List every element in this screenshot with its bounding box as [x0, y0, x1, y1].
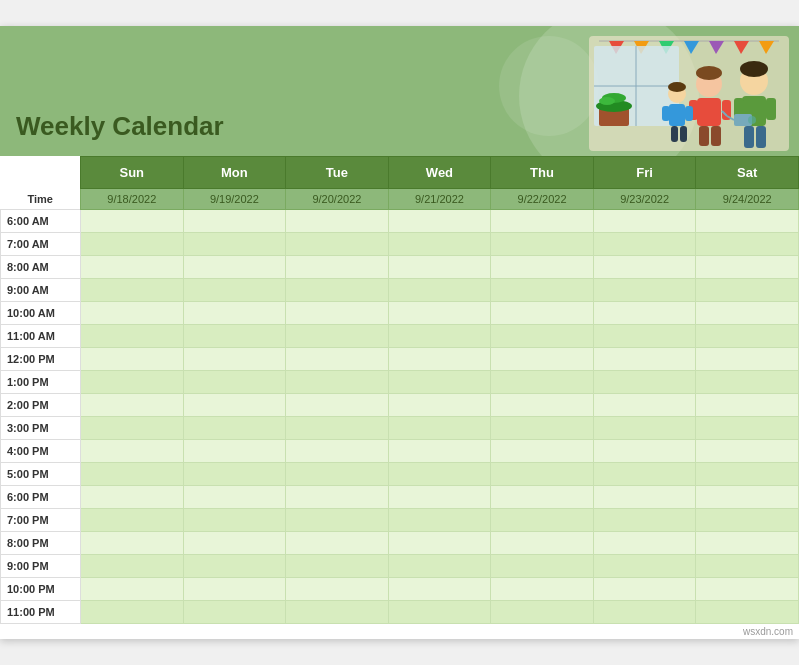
day-cell[interactable]	[286, 463, 389, 486]
day-cell[interactable]	[81, 348, 184, 371]
day-cell[interactable]	[491, 532, 594, 555]
day-cell[interactable]	[491, 325, 594, 348]
day-cell[interactable]	[491, 555, 594, 578]
day-cell[interactable]	[388, 348, 491, 371]
day-cell[interactable]	[286, 555, 389, 578]
day-cell[interactable]	[388, 440, 491, 463]
day-cell[interactable]	[183, 394, 286, 417]
day-cell[interactable]	[183, 578, 286, 601]
day-cell[interactable]	[593, 440, 696, 463]
day-cell[interactable]	[696, 417, 799, 440]
day-cell[interactable]	[81, 509, 184, 532]
day-cell[interactable]	[286, 279, 389, 302]
day-cell[interactable]	[696, 578, 799, 601]
day-cell[interactable]	[593, 601, 696, 624]
day-cell[interactable]	[388, 486, 491, 509]
day-cell[interactable]	[593, 417, 696, 440]
day-cell[interactable]	[593, 371, 696, 394]
day-cell[interactable]	[491, 417, 594, 440]
day-cell[interactable]	[286, 325, 389, 348]
day-cell[interactable]	[388, 463, 491, 486]
day-cell[interactable]	[696, 210, 799, 233]
day-cell[interactable]	[183, 417, 286, 440]
day-cell[interactable]	[696, 463, 799, 486]
day-cell[interactable]	[491, 371, 594, 394]
day-cell[interactable]	[183, 601, 286, 624]
day-cell[interactable]	[491, 256, 594, 279]
day-cell[interactable]	[183, 509, 286, 532]
day-cell[interactable]	[388, 532, 491, 555]
day-cell[interactable]	[593, 325, 696, 348]
day-cell[interactable]	[696, 279, 799, 302]
day-cell[interactable]	[81, 394, 184, 417]
day-cell[interactable]	[593, 578, 696, 601]
day-cell[interactable]	[491, 486, 594, 509]
day-cell[interactable]	[286, 348, 389, 371]
day-cell[interactable]	[388, 509, 491, 532]
day-cell[interactable]	[696, 371, 799, 394]
day-cell[interactable]	[491, 394, 594, 417]
day-cell[interactable]	[183, 210, 286, 233]
day-cell[interactable]	[286, 601, 389, 624]
day-cell[interactable]	[286, 509, 389, 532]
day-cell[interactable]	[388, 578, 491, 601]
day-cell[interactable]	[388, 256, 491, 279]
day-cell[interactable]	[286, 371, 389, 394]
day-cell[interactable]	[286, 578, 389, 601]
day-cell[interactable]	[696, 302, 799, 325]
day-cell[interactable]	[183, 348, 286, 371]
day-cell[interactable]	[286, 233, 389, 256]
day-cell[interactable]	[388, 325, 491, 348]
day-cell[interactable]	[491, 509, 594, 532]
day-cell[interactable]	[593, 394, 696, 417]
day-cell[interactable]	[491, 233, 594, 256]
day-cell[interactable]	[388, 394, 491, 417]
day-cell[interactable]	[286, 440, 389, 463]
day-cell[interactable]	[696, 555, 799, 578]
day-cell[interactable]	[696, 601, 799, 624]
day-cell[interactable]	[183, 279, 286, 302]
day-cell[interactable]	[388, 371, 491, 394]
day-cell[interactable]	[81, 417, 184, 440]
day-cell[interactable]	[81, 371, 184, 394]
day-cell[interactable]	[183, 325, 286, 348]
day-cell[interactable]	[491, 601, 594, 624]
day-cell[interactable]	[183, 233, 286, 256]
day-cell[interactable]	[593, 233, 696, 256]
day-cell[interactable]	[593, 486, 696, 509]
day-cell[interactable]	[593, 532, 696, 555]
day-cell[interactable]	[593, 279, 696, 302]
day-cell[interactable]	[286, 302, 389, 325]
day-cell[interactable]	[81, 256, 184, 279]
day-cell[interactable]	[81, 486, 184, 509]
day-cell[interactable]	[286, 486, 389, 509]
day-cell[interactable]	[593, 348, 696, 371]
day-cell[interactable]	[81, 210, 184, 233]
day-cell[interactable]	[183, 371, 286, 394]
day-cell[interactable]	[81, 233, 184, 256]
day-cell[interactable]	[81, 302, 184, 325]
day-cell[interactable]	[388, 302, 491, 325]
day-cell[interactable]	[388, 233, 491, 256]
day-cell[interactable]	[593, 509, 696, 532]
day-cell[interactable]	[81, 279, 184, 302]
day-cell[interactable]	[696, 394, 799, 417]
day-cell[interactable]	[491, 302, 594, 325]
day-cell[interactable]	[696, 233, 799, 256]
day-cell[interactable]	[183, 486, 286, 509]
day-cell[interactable]	[81, 440, 184, 463]
day-cell[interactable]	[491, 440, 594, 463]
day-cell[interactable]	[696, 532, 799, 555]
day-cell[interactable]	[183, 440, 286, 463]
day-cell[interactable]	[81, 325, 184, 348]
day-cell[interactable]	[593, 210, 696, 233]
day-cell[interactable]	[593, 555, 696, 578]
day-cell[interactable]	[286, 532, 389, 555]
day-cell[interactable]	[286, 394, 389, 417]
day-cell[interactable]	[81, 463, 184, 486]
day-cell[interactable]	[183, 302, 286, 325]
day-cell[interactable]	[388, 279, 491, 302]
day-cell[interactable]	[696, 256, 799, 279]
day-cell[interactable]	[593, 256, 696, 279]
day-cell[interactable]	[183, 463, 286, 486]
